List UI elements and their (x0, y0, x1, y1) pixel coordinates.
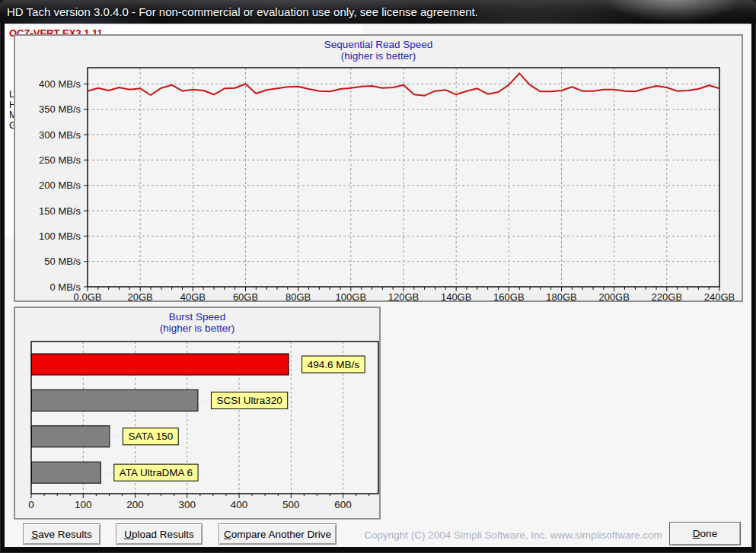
svg-text:350 MB/s: 350 MB/s (39, 103, 81, 115)
svg-text:140GB: 140GB (441, 291, 471, 300)
svg-text:0: 0 (28, 499, 34, 510)
svg-text:600: 600 (334, 499, 352, 510)
svg-text:40GB: 40GB (180, 291, 206, 300)
svg-text:240GB: 240GB (704, 291, 735, 300)
svg-text:60GB: 60GB (233, 291, 258, 300)
burst-speed-chart: 0100200300400500600494.6 MB/sSCSI Ultra3… (15, 308, 379, 518)
svg-text:SATA 150: SATA 150 (128, 431, 173, 442)
title-bar[interactable]: HD Tach version 3.0.4.0 - For non-commer… (0, 0, 756, 24)
window-title: HD Tach version 3.0.4.0 - For non-commer… (7, 5, 478, 18)
svg-text:160GB: 160GB (493, 291, 524, 300)
svg-text:0.0GB: 0.0GB (74, 291, 102, 300)
hd-tach-window: HD Tach version 3.0.4.0 - For non-commer… (0, 0, 756, 553)
svg-text:200GB: 200GB (598, 291, 629, 300)
copyright-text: Copyright (C) 2004 Simpli Software, Inc.… (353, 529, 673, 541)
svg-text:50 MB/s: 50 MB/s (44, 256, 81, 267)
svg-text:400: 400 (231, 499, 248, 510)
svg-text:120GB: 120GB (388, 291, 419, 300)
sequential-read-panel: Sequential Read Speed (higher is better)… (14, 34, 743, 302)
svg-text:200 MB/s: 200 MB/s (39, 180, 81, 191)
svg-text:150 MB/s: 150 MB/s (39, 205, 81, 217)
svg-text:400 MB/s: 400 MB/s (39, 78, 81, 90)
svg-text:100: 100 (75, 499, 92, 510)
svg-text:500: 500 (282, 499, 300, 510)
upload-results-button[interactable]: Upload Results (116, 523, 203, 545)
save-results-button[interactable]: Save Results (23, 523, 100, 545)
svg-text:ATA UltraDMA 6: ATA UltraDMA 6 (120, 467, 193, 478)
svg-text:200: 200 (126, 499, 144, 510)
svg-text:20GB: 20GB (128, 291, 153, 300)
done-button[interactable]: Done (669, 522, 741, 545)
svg-text:80GB: 80GB (285, 291, 311, 300)
svg-text:300: 300 (179, 499, 196, 510)
svg-text:250 MB/s: 250 MB/s (39, 154, 81, 166)
svg-text:300 MB/s: 300 MB/s (39, 129, 81, 141)
svg-text:100GB: 100GB (336, 291, 366, 300)
svg-text:SCSI Ultra320: SCSI Ultra320 (216, 395, 282, 406)
svg-text:100 MB/s: 100 MB/s (39, 230, 81, 242)
compare-another-drive-button[interactable]: Compare Another Drive (219, 523, 337, 545)
svg-text:220GB: 220GB (652, 291, 682, 300)
burst-speed-panel: Burst Speed (higher is better) 010020030… (14, 307, 381, 520)
svg-text:180GB: 180GB (546, 291, 576, 300)
sequential-read-chart: 0 MB/s50 MB/s100 MB/s150 MB/s200 MB/s250… (15, 36, 742, 300)
svg-text:494.6 MB/s: 494.6 MB/s (308, 359, 360, 370)
client-area: Sequential Read Speed (higher is better)… (5, 24, 751, 547)
